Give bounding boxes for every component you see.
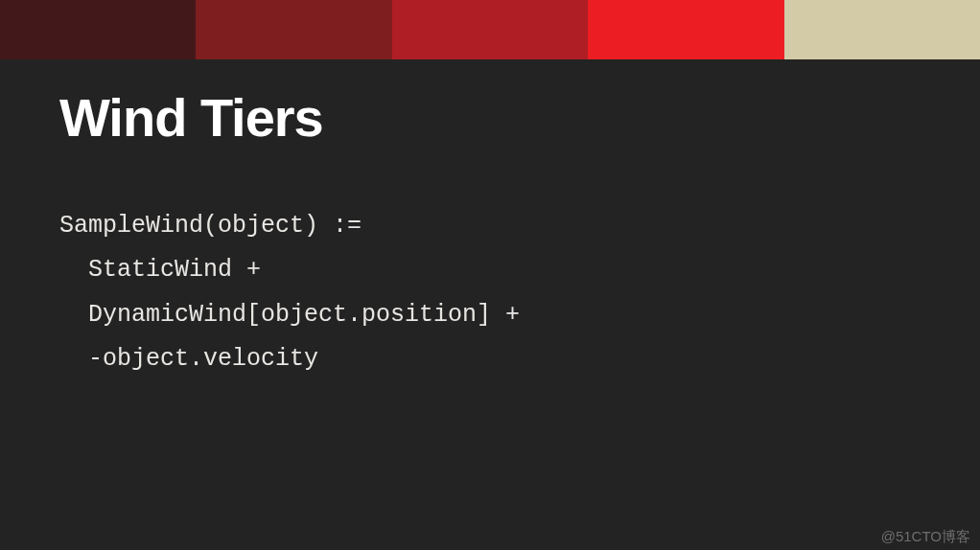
color-segment-2 <box>196 0 391 59</box>
watermark: @51CTO博客 <box>881 528 970 546</box>
color-segment-3 <box>392 0 588 59</box>
code-block: SampleWind(object) := StaticWind + Dynam… <box>59 204 921 381</box>
color-segment-4 <box>588 0 783 59</box>
slide-title: Wind Tiers <box>59 86 921 149</box>
color-bar <box>0 0 980 59</box>
slide-content: Wind Tiers SampleWind(object) := StaticW… <box>0 59 980 381</box>
color-segment-1 <box>0 0 196 59</box>
color-segment-5 <box>784 0 980 59</box>
